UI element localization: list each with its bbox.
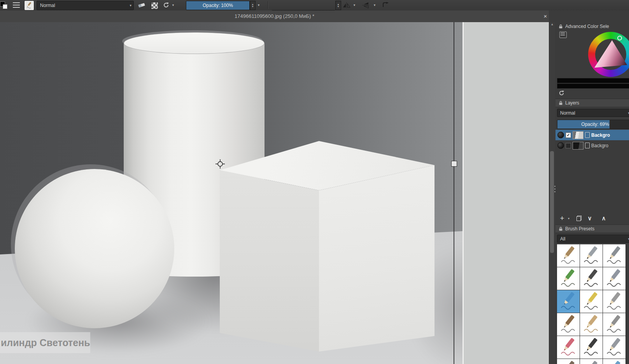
layer-thumbnail xyxy=(573,131,583,139)
reload-preset-button[interactable] xyxy=(163,1,170,9)
brush-preset-ink-pen-3[interactable] xyxy=(603,290,625,313)
brush-preset-charcoal[interactable] xyxy=(580,336,603,359)
layer-blending-mode-dropdown[interactable]: Normal ▾ xyxy=(557,109,629,117)
layer-row[interactable]: ✓Backgro xyxy=(555,130,629,140)
preserve-alpha-button[interactable] xyxy=(151,2,158,9)
cylinder-top xyxy=(124,32,265,54)
color-selector-settings-icon[interactable] xyxy=(559,31,567,38)
brush-preset-ink-pen-6[interactable] xyxy=(580,359,603,364)
brush-preset-pencil-hb[interactable] xyxy=(557,313,580,336)
brush-tag-filter-value: All xyxy=(560,236,565,242)
layer-opacity-slider[interactable]: Opacity: 69% xyxy=(557,120,629,129)
layer-type-icon xyxy=(585,132,590,138)
docker-lock-icon xyxy=(559,24,563,29)
opacity-options-chevron[interactable]: ▾ xyxy=(256,1,261,9)
vertical-guide-line[interactable] xyxy=(454,22,454,364)
layer-visibility-icon[interactable] xyxy=(557,132,564,138)
reload-icon xyxy=(163,2,169,8)
document-tab-bar[interactable]: 17496611095600.jpg (250,0 МиБ) * × xyxy=(0,10,549,23)
move-layer-up-button[interactable]: ∧ xyxy=(598,214,610,223)
scroll-up-icon[interactable]: ▲ xyxy=(549,23,555,26)
color-selector-header-label: Advanced Color Sele xyxy=(565,24,609,29)
color-selector-header[interactable]: Advanced Color Sele xyxy=(555,22,629,31)
canvas-viewport[interactable]: илиндр Светотень xyxy=(0,22,549,364)
photo-still-life: илиндр Светотень xyxy=(0,22,463,364)
layer-opacity-label: Opacity: 69% xyxy=(557,120,629,129)
foreground-background-color-swatch[interactable] xyxy=(0,2,7,9)
mirror-horizontal-button[interactable] xyxy=(342,1,351,9)
brush-option-lines-icon[interactable] xyxy=(13,2,20,8)
docker-lock-icon xyxy=(559,226,563,231)
background-color-icon xyxy=(3,4,7,9)
eraser-icon xyxy=(138,2,145,8)
layer-checkbox[interactable]: ✓ xyxy=(566,132,571,138)
brush-preset-marker-chisel[interactable] xyxy=(557,290,580,313)
brush-preset-marker-tan[interactable] xyxy=(580,313,603,336)
scrollbar-thumb[interactable] xyxy=(550,151,554,253)
brush-tag-filter-dropdown[interactable]: All ▾ xyxy=(557,235,629,243)
brush-preset-ink-gpen[interactable] xyxy=(603,244,625,267)
layer-checkbox[interactable] xyxy=(566,143,571,148)
move-layer-down-button[interactable]: ∨ xyxy=(584,214,596,223)
brush-preset-ink-pen-4[interactable] xyxy=(603,313,625,336)
layer-visibility-icon[interactable] xyxy=(557,142,564,149)
shade-selector-strip-2[interactable] xyxy=(557,84,629,89)
chevron-down-icon: ▾ xyxy=(130,3,131,7)
hue-ring[interactable] xyxy=(588,32,629,77)
tab-row: 17496611095600.jpg (250,0 МиБ) * × Advan… xyxy=(0,10,629,22)
guide-handle[interactable] xyxy=(451,161,457,167)
layers-docker-header[interactable]: Layers xyxy=(555,99,629,107)
layer-buttons-row: + ▾ ∨ ∧ xyxy=(558,214,629,223)
spin-down-icon[interactable]: ▾ xyxy=(336,5,341,8)
krita-window: Normal ▾ ▾ Opacity: 100% ▴ ▾ xyxy=(0,0,629,364)
photo-sphere xyxy=(15,169,174,328)
right-docker-panel: Advanced Color Sele Layers Normal ▾ xyxy=(555,10,629,364)
toolbar-separator xyxy=(268,1,268,9)
edit-brush-settings-button[interactable] xyxy=(24,0,34,10)
brush-preset-ink-pen-5[interactable] xyxy=(603,336,625,359)
brush-preset-pencil-red[interactable] xyxy=(557,336,580,359)
brush-preset-ink-pen-yellow[interactable] xyxy=(580,290,603,313)
document-title: 17496611095600.jpg (250,0 МиБ) * xyxy=(0,10,549,22)
mirror-horizontal-icon xyxy=(343,2,350,9)
hue-marker-icon xyxy=(617,36,622,40)
saturation-value-triangle[interactable] xyxy=(594,40,627,69)
layer-row[interactable]: Backgro xyxy=(555,140,629,151)
shade-selector-refresh-button[interactable] xyxy=(559,90,564,96)
mirror-horizontal-chevron[interactable]: ▾ xyxy=(352,1,357,9)
wrap-around-mode-button[interactable] xyxy=(381,1,390,9)
opacity-spinbox[interactable]: ▴ ▾ xyxy=(250,1,256,10)
opacity-slider[interactable]: Opacity: 100% xyxy=(186,1,250,10)
layer-thumbnail xyxy=(573,142,583,150)
brush-preset-pencil-green[interactable] xyxy=(557,267,580,290)
brush-preset-ink-pen-2[interactable] xyxy=(603,267,625,290)
duplicate-layer-icon[interactable] xyxy=(576,216,582,221)
mirror-vertical-icon xyxy=(362,2,370,9)
current-brush-preset-icon xyxy=(26,2,33,9)
blending-mode-dropdown[interactable]: Normal ▾ xyxy=(37,1,134,10)
eraser-mode-button[interactable] xyxy=(137,1,146,9)
brush-presets-header-label: Brush Presets xyxy=(565,226,594,232)
brush-preset-ink-brush-rough[interactable] xyxy=(580,267,603,290)
brush-preset-ink-pen-fine[interactable] xyxy=(580,244,603,267)
mirror-vertical-button[interactable] xyxy=(362,1,370,9)
add-layer-button[interactable]: + xyxy=(558,214,566,223)
add-layer-chevron[interactable]: ▾ xyxy=(566,214,571,223)
photo-cube xyxy=(220,141,435,359)
brush-preset-pencil-4b[interactable] xyxy=(557,244,580,267)
brush-preset-marker-2[interactable] xyxy=(603,359,625,364)
layer-blending-mode-value: Normal xyxy=(560,110,575,116)
spin-down-icon[interactable]: ▾ xyxy=(250,5,255,8)
size-spinbox[interactable]: ▴ ▾ xyxy=(335,1,341,10)
reload-preset-chevron[interactable]: ▾ xyxy=(170,1,176,9)
refresh-icon xyxy=(559,90,564,96)
layer-name: Backgro xyxy=(591,143,608,148)
mirror-vertical-chevron[interactable]: ▾ xyxy=(372,1,377,9)
brush-presets-docker-header[interactable]: Brush Presets xyxy=(555,225,629,233)
layer-name: Backgro xyxy=(591,132,610,138)
close-document-icon[interactable]: × xyxy=(541,12,549,20)
docker-lock-icon xyxy=(559,101,563,105)
brush-preset-pencil-6b[interactable] xyxy=(557,359,580,364)
shade-selector-strip-1[interactable] xyxy=(557,78,629,83)
layers-header-label: Layers xyxy=(565,100,579,106)
